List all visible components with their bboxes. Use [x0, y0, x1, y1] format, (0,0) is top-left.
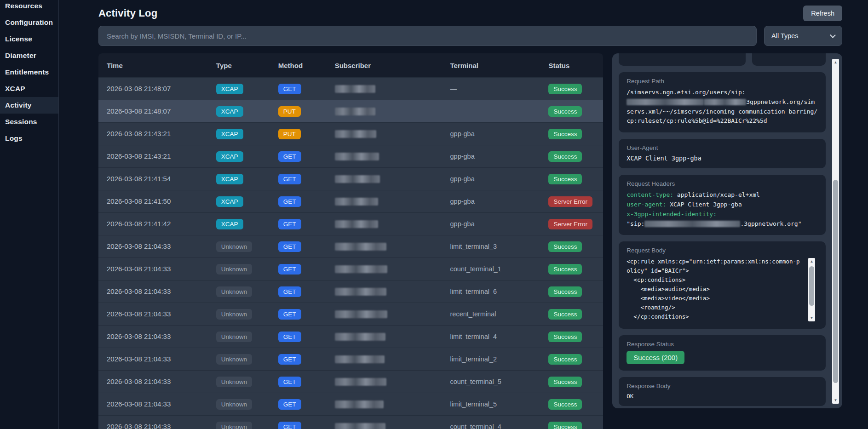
cell-type-badge: XCAP: [208, 129, 270, 139]
request-detail-panel: Request Path /simservs.ngn.etsi.org/user…: [612, 53, 842, 408]
cell-method-badge: GET: [270, 174, 327, 184]
sidebar-item-entitlements[interactable]: Entitlements: [0, 64, 58, 80]
request-body-code: <cp:rule xmlns:cp="urn:ietf:params:xml:n…: [627, 257, 818, 322]
scroll-down-icon[interactable]: ▼: [808, 315, 815, 321]
redacted-subscriber: [335, 198, 378, 206]
request-path-card: Request Path /simservs.ngn.etsi.org/user…: [619, 72, 826, 132]
cell-terminal: gpp-gba: [442, 197, 540, 206]
cell-time: 2026-03-08 21:48:07: [98, 85, 208, 93]
table-row[interactable]: 2026-03-08 21:04:33UnknownGETcount_termi…: [98, 257, 603, 280]
request-body-card: Request Body <cp:rule xmlns:cp="urn:ietf…: [619, 241, 826, 329]
table-row[interactable]: 2026-03-08 21:48:07XCAPPUT—Success: [98, 100, 603, 122]
table-row[interactable]: 2026-03-08 21:04:33UnknownGETlimit_termi…: [98, 325, 603, 348]
table-row[interactable]: 2026-03-08 21:04:33UnknownGETcount_termi…: [98, 415, 603, 429]
detail-panel-scrollbar[interactable]: ▲ ▼: [832, 59, 839, 404]
cell-time: 2026-03-08 21:04:33: [98, 242, 208, 251]
cell-subscriber: [327, 400, 442, 408]
cell-time: 2026-03-08 21:04:33: [98, 287, 208, 296]
request-path-value: /simservs.ngn.etsi.org/users/sip:3gppnet…: [627, 88, 818, 126]
scrolled-cards-partial: [619, 53, 826, 66]
request-body-scrollbar[interactable]: ▲ ▼: [808, 258, 815, 321]
cell-method-badge: GET: [270, 354, 327, 365]
sidebar-item-license[interactable]: License: [0, 31, 58, 47]
cell-terminal: count_terminal_4: [442, 423, 540, 429]
cell-status-badge: Success: [540, 241, 603, 252]
scrollbar-thumb[interactable]: [833, 180, 838, 383]
cell-method-badge: GET: [270, 309, 327, 320]
search-input[interactable]: [98, 26, 757, 46]
redacted-subscriber: [335, 153, 379, 160]
sidebar-item-diameter[interactable]: Diameter: [0, 47, 58, 64]
redacted-subscriber: [335, 130, 376, 138]
cell-status-badge: Success: [540, 377, 603, 387]
table-row[interactable]: 2026-03-08 21:43:21XCAPPUTgpp-gbaSuccess: [98, 122, 603, 145]
cell-method-badge: GET: [270, 332, 327, 342]
cell-time: 2026-03-08 21:41:42: [98, 220, 208, 228]
cell-method-badge: GET: [270, 241, 327, 252]
cell-type-badge: XCAP: [208, 174, 270, 184]
cell-terminal: gpp-gba: [442, 130, 540, 138]
table-row[interactable]: 2026-03-08 21:04:33UnknownGETlimit_termi…: [98, 235, 603, 257]
sidebar-item-activity[interactable]: Activity: [0, 97, 58, 114]
sidebar-item-resources[interactable]: Resources: [0, 0, 58, 14]
table-row[interactable]: 2026-03-08 21:04:33UnknownGETrecent_term…: [98, 303, 603, 325]
cell-subscriber: [327, 355, 442, 363]
request-headers-value: content-type: application/xcap-el+xml us…: [627, 190, 818, 229]
activity-table: TimeTypeMethodSubscriberTerminalStatus 2…: [98, 53, 603, 429]
table-row[interactable]: 2026-03-08 21:04:33UnknownGETlimit_termi…: [98, 393, 603, 415]
cell-terminal: limit_terminal_6: [442, 287, 540, 296]
cell-subscriber: [327, 332, 442, 341]
cell-subscriber: [327, 310, 442, 318]
cell-status-badge: Success: [540, 309, 603, 320]
sidebar-item-configuration[interactable]: Configuration: [0, 14, 58, 31]
cell-terminal: recent_terminal: [442, 310, 540, 318]
cell-type-badge: Unknown: [208, 286, 270, 297]
scroll-up-icon[interactable]: ▲: [832, 59, 839, 66]
column-header-time: Time: [98, 62, 208, 69]
redacted-subscriber: [335, 85, 375, 93]
table-row[interactable]: 2026-03-08 21:43:21XCAPGETgpp-gbaSuccess: [98, 145, 603, 167]
response-body-value: OK: [627, 393, 818, 400]
scrollbar-thumb[interactable]: [809, 266, 814, 306]
table-row[interactable]: 2026-03-08 21:41:50XCAPGETgpp-gbaServer …: [98, 190, 603, 212]
sidebar-item-xcap[interactable]: XCAP: [0, 80, 58, 97]
cell-type-badge: Unknown: [208, 377, 270, 387]
response-status-label: Response Status: [627, 341, 818, 348]
type-filter-select[interactable]: All Types: [764, 26, 842, 46]
request-headers-card: Request Headers content-type: applicatio…: [619, 175, 826, 235]
cell-terminal: —: [442, 85, 540, 93]
page-header: Activity Log Refresh: [98, 4, 842, 23]
cell-status-badge: Server Error: [540, 219, 603, 229]
table-row[interactable]: 2026-03-08 21:04:33UnknownGETcount_termi…: [98, 370, 603, 393]
table-row[interactable]: 2026-03-08 21:04:33UnknownGETlimit_termi…: [98, 280, 603, 303]
cell-status-badge: Success: [540, 332, 603, 342]
scroll-down-icon[interactable]: ▼: [832, 397, 839, 404]
sidebar-item-logs[interactable]: Logs: [0, 130, 58, 147]
table-header-row: TimeTypeMethodSubscriberTerminalStatus: [98, 53, 603, 77]
cell-subscriber: [327, 287, 442, 296]
table-row[interactable]: 2026-03-08 21:41:42XCAPGETgpp-gbaServer …: [98, 212, 603, 235]
cell-status-badge: Success: [540, 174, 603, 184]
redacted-subscriber: [335, 220, 378, 228]
cell-time: 2026-03-08 21:41:50: [98, 197, 208, 206]
table-row[interactable]: 2026-03-08 21:48:07XCAPGET—Success: [98, 77, 603, 100]
redacted-block: [627, 99, 704, 105]
cell-time: 2026-03-08 21:04:33: [98, 378, 208, 386]
cell-time: 2026-03-08 21:04:33: [98, 332, 208, 341]
sidebar-item-sessions[interactable]: Sessions: [0, 114, 58, 130]
refresh-button[interactable]: Refresh: [803, 6, 842, 21]
cell-terminal: —: [442, 107, 540, 115]
request-headers-label: Request Headers: [627, 180, 818, 187]
column-header-terminal: Terminal: [442, 62, 540, 69]
cell-subscriber: [327, 175, 442, 183]
table-row[interactable]: 2026-03-08 21:41:54XCAPGETgpp-gbaSuccess: [98, 167, 603, 190]
cell-type-badge: Unknown: [208, 241, 270, 252]
cell-method-badge: GET: [270, 399, 327, 410]
scroll-up-icon[interactable]: ▲: [808, 258, 815, 265]
cell-subscriber: [327, 130, 442, 138]
cell-time: 2026-03-08 21:41:54: [98, 175, 208, 183]
cell-subscriber: [327, 107, 442, 115]
table-row[interactable]: 2026-03-08 21:04:33UnknownGETlimit_termi…: [98, 348, 603, 370]
response-status-badge: Success (200): [627, 351, 684, 364]
cell-method-badge: GET: [270, 151, 327, 162]
